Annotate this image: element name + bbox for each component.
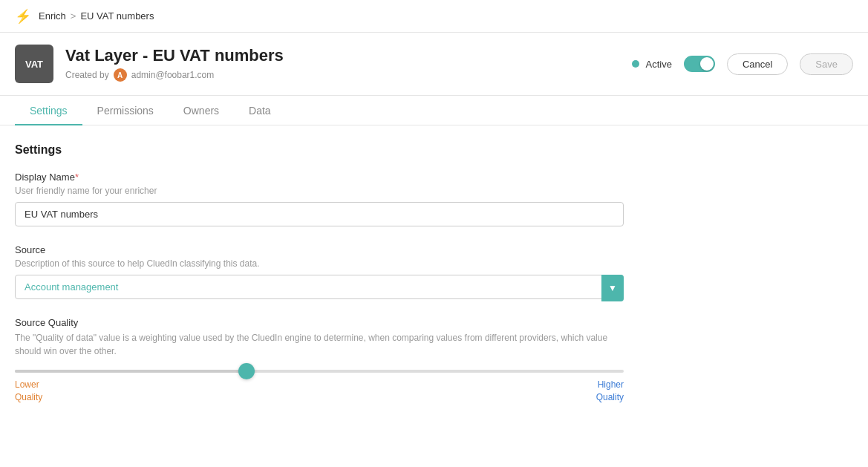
tab-data[interactable]: Data: [234, 96, 286, 125]
slider-fill: [15, 370, 247, 373]
breadcrumb-parent[interactable]: Enrich: [39, 10, 66, 22]
source-select-wrapper: Account management ▼: [15, 275, 624, 299]
breadcrumb-current: EU VAT numbers: [80, 10, 154, 22]
higher-quality-label: Higher Quality: [596, 379, 624, 404]
source-select[interactable]: Account management: [15, 275, 624, 299]
created-by-label: Created by: [65, 70, 109, 80]
avatar: A: [114, 68, 127, 82]
settings-section-title: Settings: [15, 143, 653, 157]
tabs-bar: Settings Permissions Owners Data: [0, 96, 868, 125]
source-quality-description: The "Quality of data" value is a weighti…: [15, 331, 624, 358]
slider-thumb[interactable]: [238, 363, 255, 379]
display-name-hint: User friendly name for your enricher: [15, 186, 653, 196]
tab-settings[interactable]: Settings: [15, 96, 82, 125]
tab-owners[interactable]: Owners: [169, 96, 234, 125]
page-title: Vat Layer - EU VAT numbers: [65, 46, 632, 65]
required-marker: *: [75, 172, 79, 183]
slider-labels: Lower Quality Higher Quality: [15, 379, 624, 404]
save-button[interactable]: Save: [800, 53, 853, 75]
active-dot-icon: [632, 60, 639, 68]
source-select-value: Account management: [25, 281, 118, 293]
header-title-block: Vat Layer - EU VAT numbers Created by A …: [65, 46, 632, 82]
toggle-thumb: [700, 57, 714, 71]
lower-quality-label: Lower Quality: [15, 379, 42, 404]
nav-icon: ⚡: [15, 8, 31, 25]
tab-permissions[interactable]: Permissions: [82, 96, 169, 125]
select-dropdown-icon[interactable]: ▼: [601, 275, 624, 301]
display-name-group: Display Name* User friendly name for you…: [15, 172, 653, 226]
header-subtitle: Created by A admin@foobar1.com: [65, 68, 632, 82]
user-email: admin@foobar1.com: [131, 70, 215, 80]
quality-slider-container: [15, 370, 624, 373]
top-nav: ⚡ Enrich > EU VAT numbers: [0, 0, 868, 33]
source-quality-label: Source Quality: [15, 317, 653, 328]
source-hint: Description of this source to help Clued…: [15, 258, 653, 269]
main-content: Settings Display Name* User friendly nam…: [0, 125, 668, 440]
vat-logo-icon: VAT: [15, 45, 53, 83]
source-group: Source Description of this source to hel…: [15, 244, 653, 299]
breadcrumb-separator: >: [71, 10, 76, 22]
slider-track: [15, 370, 624, 373]
active-label: Active: [645, 59, 671, 70]
source-quality-group: Source Quality The "Quality of data" val…: [15, 317, 653, 404]
breadcrumb: Enrich > EU VAT numbers: [39, 10, 154, 22]
source-label: Source: [15, 244, 653, 255]
display-name-label: Display Name*: [15, 172, 653, 183]
header-actions: Active Cancel Save: [632, 53, 853, 75]
active-status: Active: [632, 59, 671, 70]
cancel-button[interactable]: Cancel: [727, 53, 788, 75]
active-toggle[interactable]: [684, 56, 715, 72]
header-section: VAT Vat Layer - EU VAT numbers Created b…: [0, 33, 868, 96]
display-name-input[interactable]: [15, 202, 624, 226]
